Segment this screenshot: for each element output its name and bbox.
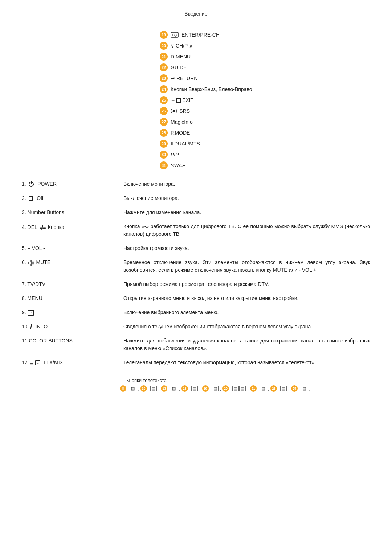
srs-icon: (●)	[171, 108, 177, 114]
square-icon	[29, 196, 33, 201]
list-item: 22 GUIDE	[160, 63, 370, 71]
list-item: 26 (●) SRS	[160, 107, 370, 115]
teletext-label: - Кнопки телетекста	[123, 378, 370, 383]
fbox-icon2: ▤	[239, 386, 246, 391]
badge-31: 31	[160, 161, 168, 169]
exit-arrow-icon: →	[171, 98, 175, 103]
item-21-label: D.MENU	[171, 54, 191, 59]
fbox-icon: ▤	[212, 386, 219, 391]
footer-badge-21: 21 ▤	[250, 385, 266, 392]
item-28-label: P.MODE	[171, 130, 190, 136]
desc-left-mute: 6. MUTE	[22, 259, 123, 266]
desc-row-numbtns: 3. Number Buttons Нажмите для изменения …	[22, 209, 370, 216]
list-item: 21 D.MENU	[160, 53, 370, 61]
footer-badge-8: 8 ▤	[120, 385, 136, 392]
page-footer: - Кнопки телетекста 8 ▤ , 10 ▤ , 13 ▤ , …	[22, 374, 370, 392]
desc-row-info: 10. i INFO Сведения о текущем изображени…	[22, 323, 370, 331]
fbox-icon: ▤	[260, 386, 266, 391]
footer-badge-13: 13 ▤	[161, 385, 177, 392]
desc-right-info: Сведения о текущем изображении отображаю…	[123, 323, 370, 331]
header-title: Введение	[184, 11, 207, 17]
top-numbered-list: 19 EQ ENTER/PRE-CH 20 ∨ CH/P ∧ 21 D.MENU…	[160, 31, 370, 169]
svg-marker-2	[28, 260, 31, 266]
desc-left-del: 4. DEL -/-- Кнопка	[22, 223, 123, 232]
list-item: 19 EQ ENTER/PRE-CH	[160, 31, 370, 39]
list-item: 28 P.MODE	[160, 129, 370, 137]
item-29-label: DUAL/MTS	[174, 141, 200, 147]
item-27-label: MagicInfo	[171, 119, 193, 125]
item-25-label: EXIT	[182, 97, 193, 103]
desc-left-enter: 9. ↵	[22, 309, 123, 316]
desc-left-vol: 5. + VOL -	[22, 245, 123, 251]
enter-box-icon: ↵	[28, 310, 34, 316]
list-item: 25 → EXIT	[160, 96, 370, 104]
item-30-label: PIP	[171, 152, 179, 157]
badge-27: 27	[160, 118, 168, 126]
ttx-page-icon: ⌐	[35, 360, 40, 365]
desc-row-off: 2. Off Выключение монитора.	[22, 194, 370, 202]
list-item: 24 Кнопки Вверх-Вниз, Влево-Вправо	[160, 85, 370, 93]
item-22-label: GUIDE	[171, 65, 187, 70]
dual-icon: Ⅱ	[171, 141, 173, 147]
desc-left-off: 2. Off	[22, 194, 123, 201]
desc-row-ttx: 12. ≡ ⌐ TTX/MIX Телеканалы передают текс…	[22, 359, 370, 366]
badge-19: 19	[160, 31, 168, 39]
ttx-lines-icon: ≡	[30, 360, 33, 366]
desc-row-vol: 5. + VOL - Настройка громкости звука.	[22, 245, 370, 252]
desc-right-off: Выключение монитора.	[123, 194, 370, 202]
item-24-label: Кнопки Вверх-Вниз, Влево-Вправо	[171, 86, 252, 92]
badge-29: 29	[160, 140, 168, 148]
page-header: Введение	[22, 11, 370, 20]
description-section: 1. POWER Включение монитора. 2. Off Выкл…	[22, 180, 370, 366]
desc-left-color: 11.COLOR BUTTONS	[22, 337, 123, 344]
desc-right-mute: Временное отключение звука. Эти элементы…	[123, 259, 370, 274]
fbox-icon: ▤	[130, 386, 136, 391]
desc-left-menu: 8. MENU	[22, 295, 123, 301]
desc-left-info: 10. i INFO	[22, 323, 123, 330]
badge-30: 30	[160, 151, 168, 159]
list-item: 29 Ⅱ DUAL/MTS	[160, 140, 370, 148]
desc-right-menu: Открытие экранного меню и выход из него …	[123, 295, 370, 302]
item-20-label: ∨ CH/P ∧	[171, 43, 193, 49]
list-item: 20 ∨ CH/P ∧	[160, 42, 370, 50]
desc-left-ttx: 12. ≡ ⌐ TTX/MIX	[22, 359, 123, 366]
fbox-icon: ▤	[301, 386, 307, 391]
enter-pre-icon: EQ	[171, 32, 179, 38]
desc-right-vol: Настройка громкости звука.	[123, 245, 370, 252]
info-i-icon: i	[30, 324, 32, 330]
footer-badge-20: 20 ▤ ▤	[222, 385, 246, 392]
desc-right-ttx: Телеканалы передают текстовую информацию…	[123, 359, 370, 366]
desc-row-enter: 9. ↵ Включение выбранного элемента меню.	[22, 309, 370, 316]
desc-row-mute: 6. MUTE Временное отключение звука. Эти …	[22, 259, 370, 274]
badge-25: 25	[160, 96, 168, 104]
mute-icon	[28, 260, 34, 266]
footer-badge-23: 23 ▤	[270, 385, 287, 392]
fbox-icon: ▤	[280, 386, 287, 391]
power-icon	[29, 182, 34, 187]
desc-right-color: Нажмите для добавления и удаления канало…	[123, 337, 370, 352]
footer-badge-19: 19 ▤	[202, 385, 219, 392]
badge-22: 22	[160, 63, 168, 71]
badge-24: 24	[160, 85, 168, 93]
desc-left-tvdtv: 7. TV/DTV	[22, 280, 123, 287]
badge-26: 26	[160, 107, 168, 115]
exit-box-icon	[176, 98, 181, 103]
footer-badge-list: 8 ▤ , 10 ▤ , 13 ▤ , 18 ▤ , 19 ▤ , 20 ▤	[120, 385, 370, 392]
desc-right-numbtns: Нажмите для изменения канала.	[123, 209, 370, 216]
svg-text:EQ: EQ	[172, 33, 177, 37]
desc-row-del: 4. DEL -/-- Кнопка Кнопка «-» работает т…	[22, 223, 370, 238]
badge-23: 23	[160, 74, 168, 82]
list-item: 31 SWAP	[160, 161, 370, 169]
fbox-icon: ▤	[150, 386, 157, 391]
return-icon: ↩	[171, 75, 175, 81]
desc-row-power: 1. POWER Включение монитора.	[22, 180, 370, 188]
list-item: 23 ↩ RETURN	[160, 74, 370, 82]
footer-badge-25: 25 ▤	[291, 385, 307, 392]
desc-row-color: 11.COLOR BUTTONS Нажмите для добавления …	[22, 337, 370, 352]
badge-20: 20	[160, 42, 168, 50]
item-31-label: SWAP	[171, 163, 185, 168]
list-item: 30 PIP	[160, 151, 370, 159]
desc-left-power: 1. POWER	[22, 180, 123, 187]
desc-row-menu: 8. MENU Открытие экранного меню и выход …	[22, 295, 370, 302]
badge-21: 21	[160, 53, 168, 61]
